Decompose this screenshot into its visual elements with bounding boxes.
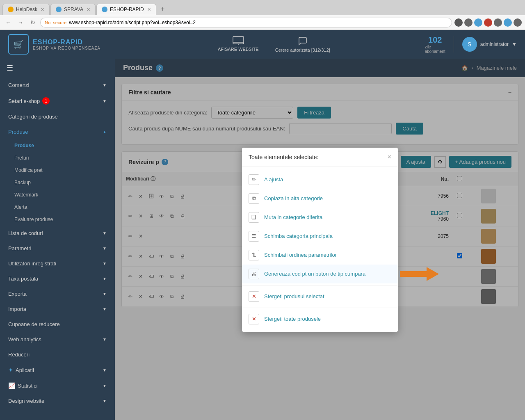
sidebar-item-produse[interactable]: Produse ▲ [0, 124, 115, 139]
svg-marker-4 [400, 267, 439, 281]
sidebar-item-aplicatii[interactable]: ✦ Aplicatii ▼ [0, 362, 115, 378]
sidebar-item-reduceri[interactable]: Reduceri [0, 347, 115, 362]
modal-close-button[interactable]: × [388, 153, 391, 161]
aplicatii-chevron: ▼ [103, 368, 107, 372]
sidebar-item-parametri[interactable]: Parametri ▼ [0, 241, 115, 256]
sidebar-analytics-label: Web analytics [8, 336, 41, 342]
cerere-autorizata-button[interactable]: Cerere autorizata [312/312] [275, 36, 330, 52]
admin-label: administrator [480, 41, 509, 47]
top-header: 🛒 ESHOP-RAPID ESHOP VA RECOMPENSEAZA AFI… [0, 30, 525, 59]
modal-title: Toate elementele selectate: [249, 154, 318, 160]
app: 🛒 ESHOP-RAPID ESHOP VA RECOMPENSEAZA AFI… [0, 30, 525, 420]
sidebar-sub-evaluare[interactable]: Evaluare produse [0, 213, 115, 226]
ext4-icon[interactable] [494, 18, 502, 27]
sidebar-toggle[interactable]: ☰ [0, 59, 115, 78]
sidebar-design-label: Design website [8, 398, 44, 404]
sidebar-reduceri-label: Reduceri [8, 352, 30, 358]
forward-button[interactable]: → [16, 18, 25, 27]
modal-item-schimba[interactable]: ☰ Schimba categoria principala [242, 227, 398, 246]
tab-eshop-close[interactable]: ✕ [147, 7, 151, 12]
tab-sprava-close[interactable]: ✕ [87, 7, 90, 12]
sidebar-item-comenzi[interactable]: Comenzi ▼ [0, 78, 115, 93]
sidebar-item-taxa[interactable]: Taxa postala ▼ [0, 271, 115, 286]
tab-eshop[interactable]: ESHOP-RAPID ✕ [96, 4, 156, 15]
url-box[interactable]: Not secure www.eshop-rapid.ro/admin/scri… [40, 18, 452, 27]
sidebar-item-exporta[interactable]: Exporta ▼ [0, 286, 115, 301]
sidebar-item-importa[interactable]: Importa ▼ [0, 301, 115, 317]
sidebar-sub-produse[interactable]: Produse [0, 139, 115, 152]
browser-icons [454, 18, 522, 27]
header-right: 102 zileabonament S administrator ▼ [425, 35, 517, 54]
statistici-chevron: ▼ [103, 383, 107, 388]
tab-sprava[interactable]: SPRAVA ✕ [50, 4, 96, 15]
content-area: ☰ Comenzi ▼ Setari e-shop 1 ▼ Categorii … [0, 59, 525, 420]
sidebar-sub-preturi[interactable]: Preturi [0, 152, 115, 164]
new-tab-button[interactable]: + [157, 3, 169, 15]
modal-divider [242, 285, 398, 285]
exporta-chevron: ▼ [103, 292, 107, 296]
modal-item-copiaza[interactable]: ⧉ Copiaza in alta categorie [242, 189, 398, 208]
star-icon[interactable] [454, 18, 463, 27]
eshop-favicon [102, 7, 107, 12]
sidebar-item-analytics[interactable]: Web analytics ▼ [0, 332, 115, 347]
sidebar-item-cupoane[interactable]: Cupoane de reducere [0, 317, 115, 332]
menu-icon[interactable] [514, 18, 522, 27]
utilizatori-chevron: ▼ [103, 261, 107, 266]
sidebar-aplicatii-label: Aplicatii [16, 367, 34, 373]
modal-item-muta[interactable]: ❏ Muta in categorie diferita [242, 208, 398, 227]
sidebar-produse-label: Produse [8, 129, 28, 135]
ext1-icon[interactable] [464, 18, 472, 27]
setari-chevron: ▼ [103, 99, 107, 103]
modal-divider-2 [242, 308, 398, 308]
address-bar: ← → ↻ Not secure www.eshop-rapid.ro/admi… [0, 15, 525, 30]
sidebar-item-lista[interactable]: Lista de coduri ▼ [0, 226, 115, 241]
modal-item-ajusta[interactable]: ✏ A ajusta [242, 170, 398, 189]
modal-dialog: Toate elementele selectate: × ✏ A ajusta… [242, 148, 398, 332]
admin-dropdown[interactable]: S administrator ▼ [462, 37, 517, 52]
ext3-icon[interactable] [484, 18, 492, 27]
sidebar-cupoane-label: Cupoane de reducere [8, 321, 60, 327]
ext5-icon[interactable] [504, 18, 512, 27]
setari-badge: 1 [42, 97, 50, 105]
muta-label: Muta in categorie diferita [264, 214, 322, 220]
back-button[interactable]: ← [3, 18, 13, 27]
sidebar-item-categorii[interactable]: Categorii de produse [0, 109, 115, 124]
sidebar-parametri-label: Parametri [8, 245, 31, 251]
sidebar-item-utilizatori[interactable]: Utilizatori inregistrati ▼ [0, 256, 115, 271]
tab-sprava-label: SPRAVA [64, 7, 83, 12]
svg-rect-0 [233, 37, 244, 44]
helpdesk-favicon [8, 7, 14, 12]
sidebar-sub-watermark[interactable]: Watermark [0, 189, 115, 201]
schimba-label: Schimba categoria principala [264, 233, 333, 239]
genereaza-icon: 🖨 [249, 269, 259, 279]
sidebar-taxa-label: Taxa postala [8, 276, 38, 282]
reload-button[interactable]: ↻ [28, 18, 38, 27]
sidebar-exporta-label: Exporta [8, 291, 27, 297]
header-center: AFISARE WEBSITE Cerere autorizata [312/3… [123, 36, 425, 52]
sidebar-item-statistici[interactable]: 📈 Statistici ▼ [0, 378, 115, 393]
ext2-icon[interactable] [474, 18, 482, 27]
tab-helpdesk-close[interactable]: ✕ [41, 7, 44, 12]
sidebar-sub-alerta[interactable]: Alerta [0, 201, 115, 213]
modal-item-genereaza[interactable]: 🖨 Genereaza cod pt un buton de tip cumpa… [242, 265, 398, 283]
muta-icon: ❏ [249, 212, 259, 223]
analytics-chevron: ▼ [103, 337, 107, 342]
tab-eshop-label: ESHOP-RAPID [110, 7, 144, 12]
tab-helpdesk[interactable]: HelpDesk ✕ [2, 4, 50, 15]
modal-item-sterge-selectat[interactable]: ✕ Stergeti produsul selectat [242, 287, 398, 306]
modal-item-ordine[interactable]: ⇅ Schimbati ordinea parametrilor [242, 246, 398, 265]
sidebar-item-design[interactable]: Design website ▼ [0, 393, 115, 409]
modal-header: Toate elementele selectate: × [242, 148, 398, 167]
modal-overlay[interactable]: Toate elementele selectate: × ✏ A ajusta… [115, 59, 525, 420]
browser-chrome: HelpDesk ✕ SPRAVA ✕ ESHOP-RAPID ✕ + ← → … [0, 0, 525, 30]
sidebar-item-setari[interactable]: Setari e-shop 1 ▼ [0, 93, 115, 109]
header-divider [454, 36, 454, 52]
modal-body: ✏ A ajusta ⧉ Copiaza in alta categorie ❏… [242, 167, 398, 332]
sidebar-sub-backup[interactable]: Backup [0, 176, 115, 189]
afisare-website-button[interactable]: AFISARE WEBSITE [218, 36, 259, 52]
abonament-num: 102 [428, 35, 442, 45]
sidebar-sub-modifica[interactable]: Modifica pret [0, 164, 115, 176]
modal-item-sterge-toate[interactable]: ✕ Stergeti toate produsele [242, 310, 398, 329]
ordine-label: Schimbati ordinea parametrilor [264, 252, 337, 258]
logo-area: 🛒 ESHOP-RAPID ESHOP VA RECOMPENSEAZA [8, 34, 123, 55]
